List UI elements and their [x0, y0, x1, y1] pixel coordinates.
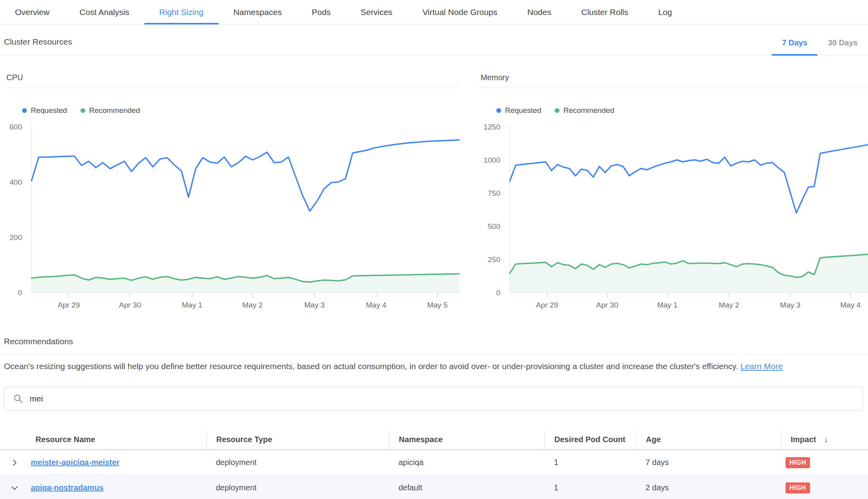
- legend-item-requested: Requested: [22, 106, 67, 115]
- svg-text:May 3: May 3: [304, 301, 325, 309]
- recommendations-table: Resource Name Resource Type Namespace De…: [0, 430, 868, 499]
- tab-nodes[interactable]: Nodes: [513, 0, 567, 24]
- requested-dot-icon: [496, 108, 501, 113]
- tab-virtual-node-groups[interactable]: Virtual Node Groups: [408, 0, 513, 24]
- svg-text:Apr 30: Apr 30: [119, 301, 141, 309]
- table-row[interactable]: meister-apiciqa-meister deployment apici…: [0, 450, 868, 475]
- impact-cell: HIGH: [781, 482, 868, 493]
- tab-overview[interactable]: Overview: [0, 0, 65, 24]
- svg-text:0: 0: [496, 289, 500, 297]
- recommendations-heading: Recommendations: [0, 337, 868, 346]
- memory-chart-title: Memory: [478, 73, 868, 88]
- svg-text:0: 0: [18, 289, 22, 297]
- svg-text:750: 750: [488, 189, 500, 197]
- column-header-desired-pod-count[interactable]: Desired Pod Count: [544, 430, 636, 449]
- column-header-resource-name[interactable]: Resource Name: [0, 430, 206, 449]
- svg-text:600: 600: [9, 123, 22, 131]
- memory-chart-panel: Memory Requested Recommended 02505007501…: [478, 73, 868, 310]
- table-row[interactable]: apiqa-nostradamus deployment default 1 2…: [0, 475, 868, 499]
- desired-pod-count-cell: 1: [544, 483, 636, 492]
- svg-text:May 1: May 1: [657, 301, 678, 309]
- tab-cost-analysis[interactable]: Cost Analysis: [65, 0, 144, 24]
- impact-badge: HIGH: [786, 457, 810, 468]
- legend-label-recommended: Recommended: [89, 106, 140, 115]
- resource-name-cell: meister-apiciqa-meister: [0, 458, 206, 467]
- range-30-days-button[interactable]: 30 Days: [817, 38, 868, 55]
- namespace-cell: apiciqa: [389, 458, 544, 467]
- cluster-resources-charts: CPU Requested Recommended 0200400600Apr …: [0, 73, 868, 310]
- svg-text:Apr 29: Apr 29: [536, 301, 558, 309]
- memory-chart: 025050075010001250Apr 29Apr 30May 1May 2…: [478, 120, 868, 310]
- cluster-resources-header: Cluster Resources 7 Days 30 Days: [0, 37, 868, 56]
- recommended-dot-icon: [555, 108, 559, 113]
- description-text: Ocean's resizing suggestions will help y…: [4, 362, 738, 371]
- cluster-resources-heading: Cluster Resources: [4, 37, 72, 55]
- svg-text:1000: 1000: [484, 156, 500, 164]
- age-cell: 2 days: [636, 483, 781, 492]
- svg-text:May 5: May 5: [427, 301, 448, 309]
- chevron-down-icon[interactable]: [10, 484, 19, 492]
- requested-dot-icon: [22, 108, 27, 113]
- resource-name-link[interactable]: apiqa-nostradamus: [31, 483, 103, 492]
- tab-right-sizing[interactable]: Right Sizing: [144, 0, 219, 24]
- resource-type-cell: deployment: [206, 483, 389, 492]
- impact-header-label: Impact: [791, 435, 816, 444]
- cpu-chart-title: CPU: [4, 73, 460, 88]
- recommendations-section: Recommendations Ocean's resizing suggest…: [0, 337, 868, 499]
- legend-label-requested: Requested: [31, 106, 67, 115]
- resource-name-link[interactable]: meister-apiciqa-meister: [31, 458, 120, 467]
- legend-item-recommended: Recommended: [80, 106, 140, 115]
- table-header: Resource Name Resource Type Namespace De…: [0, 430, 868, 450]
- svg-text:May 1: May 1: [182, 301, 202, 309]
- impact-cell: HIGH: [781, 457, 868, 468]
- cpu-chart-panel: CPU Requested Recommended 0200400600Apr …: [4, 73, 460, 310]
- svg-text:May 2: May 2: [242, 301, 263, 309]
- recommendations-description: Ocean's resizing suggestions will help y…: [4, 362, 864, 371]
- legend-label-recommended: Recommended: [563, 106, 614, 115]
- tab-namespaces[interactable]: Namespaces: [219, 0, 297, 24]
- svg-text:Apr 29: Apr 29: [58, 301, 80, 309]
- recommended-dot-icon: [80, 108, 85, 113]
- svg-text:May 4: May 4: [840, 301, 861, 309]
- svg-text:May 4: May 4: [366, 301, 387, 309]
- svg-text:1250: 1250: [484, 123, 500, 131]
- cpu-chart-legend: Requested Recommended: [22, 106, 460, 115]
- tab-services[interactable]: Services: [346, 0, 408, 24]
- column-header-age[interactable]: Age: [636, 430, 781, 449]
- time-range-toggle: 7 Days 30 Days: [772, 38, 868, 55]
- search-icon: [13, 394, 23, 404]
- column-header-impact[interactable]: Impact ↓: [781, 430, 868, 449]
- svg-text:250: 250: [488, 255, 500, 264]
- desired-pod-count-cell: 1: [544, 458, 636, 467]
- tab-pods[interactable]: Pods: [297, 0, 346, 24]
- column-header-resource-type[interactable]: Resource Type: [206, 430, 389, 449]
- namespace-cell: default: [389, 483, 544, 492]
- learn-more-link[interactable]: Learn More: [741, 362, 783, 371]
- svg-text:May 2: May 2: [719, 301, 739, 309]
- resource-type-cell: deployment: [206, 458, 389, 467]
- cpu-chart: 0200400600Apr 29Apr 30May 1May 2May 3May…: [4, 120, 460, 310]
- sort-descending-icon[interactable]: ↓: [824, 435, 828, 444]
- tab-bar: Overview Cost Analysis Right Sizing Name…: [0, 0, 868, 24]
- svg-text:Apr 30: Apr 30: [596, 301, 618, 309]
- svg-text:May 3: May 3: [780, 301, 801, 309]
- memory-chart-legend: Requested Recommended: [496, 106, 868, 115]
- resource-name-cell: apiqa-nostradamus: [0, 483, 206, 492]
- search-box[interactable]: [4, 387, 863, 411]
- legend-label-requested: Requested: [505, 106, 541, 115]
- range-7-days-button[interactable]: 7 Days: [772, 38, 818, 55]
- age-cell: 7 days: [636, 458, 781, 467]
- tab-log[interactable]: Log: [643, 0, 687, 24]
- svg-text:500: 500: [488, 222, 500, 231]
- svg-text:400: 400: [9, 178, 22, 186]
- impact-badge: HIGH: [786, 482, 810, 493]
- chevron-right-icon[interactable]: [10, 458, 19, 467]
- legend-item-recommended: Recommended: [555, 106, 614, 115]
- tab-cluster-rolls[interactable]: Cluster Rolls: [566, 0, 643, 24]
- search-input[interactable]: [30, 394, 863, 403]
- legend-item-requested: Requested: [496, 106, 541, 115]
- divider: [0, 354, 868, 355]
- column-header-namespace[interactable]: Namespace: [389, 430, 544, 449]
- svg-text:200: 200: [9, 233, 22, 242]
